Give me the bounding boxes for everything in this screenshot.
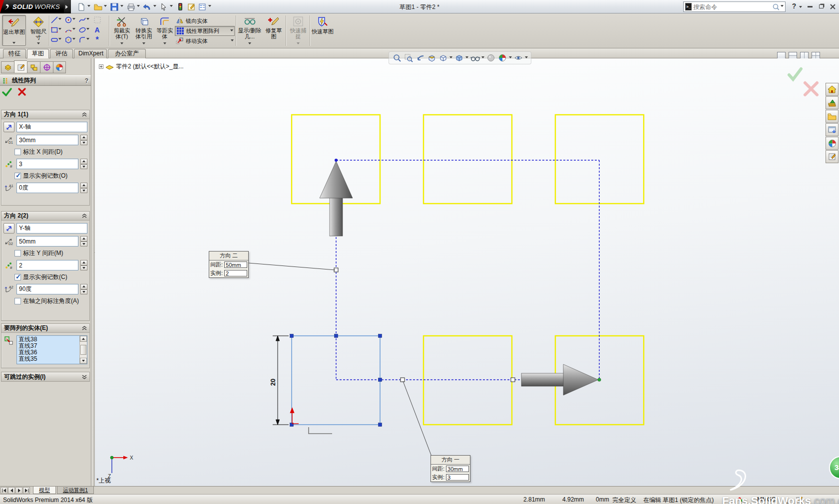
point-tool-button[interactable]: * [93,35,101,44]
flyout-feature-tree[interactable]: 零件2 (默认<<默认>_显... [99,62,184,71]
display-style-dropdown[interactable] [465,56,468,60]
direction2-axis-field[interactable] [16,223,87,234]
new-file-dropdown[interactable] [87,5,90,8]
search-scope-icon[interactable]: >_ [685,3,692,10]
design-library-button[interactable] [826,96,839,109]
help-icon[interactable]: ? [85,77,88,84]
appearances-button[interactable] [826,137,839,150]
first-tab-button[interactable] [0,487,7,494]
tab-sketch[interactable]: 草图 [27,49,49,59]
show-count1-row[interactable]: 显示实例记数(O) [14,172,87,180]
entities-listbox[interactable]: 直线38 直线37 直线36 直线35 [16,335,87,364]
dimxpert-manager-tab[interactable] [40,61,53,73]
options-form-button[interactable] [197,1,208,12]
scroll-thumb[interactable] [80,345,86,354]
status-units[interactable]: MMGS [757,496,776,503]
pattern-end-point[interactable] [598,378,601,381]
line-tool-dropdown[interactable] [58,15,62,24]
direction1-spacing-field[interactable] [16,135,78,145]
menu-flyout-arrow[interactable] [64,0,71,13]
angle-between-checkbox[interactable] [14,298,21,304]
tab-motion-study[interactable]: 运动算例1 [57,487,94,494]
four-view-button[interactable] [812,52,820,59]
listbox-scrollbar[interactable] [79,336,87,364]
direction1-angle-spinner[interactable] [80,183,87,193]
close-button[interactable] [828,2,838,11]
list-item[interactable]: 直线35 [18,356,78,362]
slot-tool-dropdown[interactable] [58,35,62,44]
trim-entities-button[interactable]: 剪裁实体(T) [111,15,132,46]
new-file-button[interactable] [76,1,87,12]
pattern-direction-path[interactable] [336,160,599,380]
text-tool-button[interactable]: A [93,25,101,34]
tab-features[interactable]: 特征 [3,49,26,58]
repair-sketch-button[interactable]: 修复草图 [263,15,284,46]
custom-properties-button[interactable] [826,150,839,163]
next-tab-button[interactable] [15,487,22,494]
direction1-header[interactable]: 方向 1(1) [1,110,89,119]
undo-button[interactable] [142,1,153,12]
angle-between-row[interactable]: 在轴之间标注角度(A) [14,297,87,305]
show-instance-count1-checkbox[interactable] [14,173,21,179]
open-file-dropdown[interactable] [104,5,107,8]
search-command-box[interactable]: >_ [683,1,786,12]
apply-scene-button[interactable] [497,53,507,63]
last-tab-button[interactable] [23,487,30,494]
search-icon[interactable] [772,3,779,11]
show-count2-row[interactable]: 显示实例记数(C) [14,273,87,281]
pattern-drag-handles[interactable] [334,268,515,382]
restore-button[interactable] [816,2,826,11]
sketch-step-line[interactable] [309,427,332,434]
undo-dropdown[interactable] [153,5,156,8]
display-delete-relations-button[interactable]: 显示/删除几... [238,15,262,46]
direction1-arrow[interactable] [521,364,598,395]
rectangle-tool-button[interactable] [50,25,58,34]
select-dropdown[interactable] [170,5,173,8]
direction2-spacing-spinner[interactable] [80,236,87,247]
circle-tool-button[interactable] [64,15,72,24]
rapid-sketch-button[interactable]: 快速草图 [312,15,334,46]
direction2-instances-field[interactable] [16,260,78,270]
polygon-tool-button[interactable] [64,35,72,44]
direction1-spacing-handle[interactable] [401,378,405,382]
resources-home-button[interactable] [826,83,839,96]
direction1-instance-handle[interactable] [511,378,515,382]
convert-entities-button[interactable]: 转换实体引用 [133,15,154,46]
file-properties-button[interactable] [186,1,197,12]
select-cursor-button[interactable] [158,1,169,12]
mirror-entities-button[interactable]: 镜向实体 [175,16,235,26]
direction2-arrow[interactable] [320,161,353,236]
zoom-to-fit-button[interactable] [392,53,402,63]
ok-button[interactable] [2,87,12,96]
show-instance-count2-checkbox[interactable] [14,274,21,280]
view-settings-button[interactable] [513,53,523,63]
save-button[interactable] [109,1,120,12]
callout-dir1-instances-value[interactable]: 3 [446,474,469,481]
exit-sketch-button[interactable]: 退出草图 [2,15,26,46]
line-tool-button[interactable] [50,15,58,24]
open-file-button[interactable] [92,1,103,12]
direction1-angle-field[interactable] [16,183,78,193]
callout-direction2[interactable]: 方向 二 间距:50mm 实例:2 [209,251,249,278]
move-entities-button[interactable]: 移动实体 [175,36,235,46]
view-orientation-dropdown[interactable] [449,56,452,60]
configuration-manager-tab[interactable] [27,61,40,73]
two-view-vertical-button[interactable] [800,52,809,59]
arc-tool-button[interactable] [64,25,72,34]
view-settings-dropdown[interactable] [525,56,528,60]
single-view-button[interactable] [777,52,786,59]
tree-expand-icon[interactable] [99,64,103,69]
edit-appearance-button[interactable] [486,53,496,63]
rebuild-traffic-light-button[interactable] [175,1,186,12]
dim-x-spacing-checkbox[interactable] [14,149,21,155]
direction1-spacing-spinner[interactable] [80,135,87,145]
confirm-corner-cancel-icon[interactable] [805,83,817,95]
print-dropdown[interactable] [137,5,140,8]
smart-dimension-button[interactable]: 智能尺寸 [28,15,49,46]
zoom-to-area-button[interactable] [404,53,414,63]
callout-dir2-instances-value[interactable]: 2 [224,270,247,276]
search-dropdown[interactable] [781,5,784,8]
callout-dir1-spacing-value[interactable]: 30mm [446,466,469,472]
hide-show-dropdown[interactable] [481,56,484,60]
circle-tool-dropdown[interactable] [72,15,76,24]
